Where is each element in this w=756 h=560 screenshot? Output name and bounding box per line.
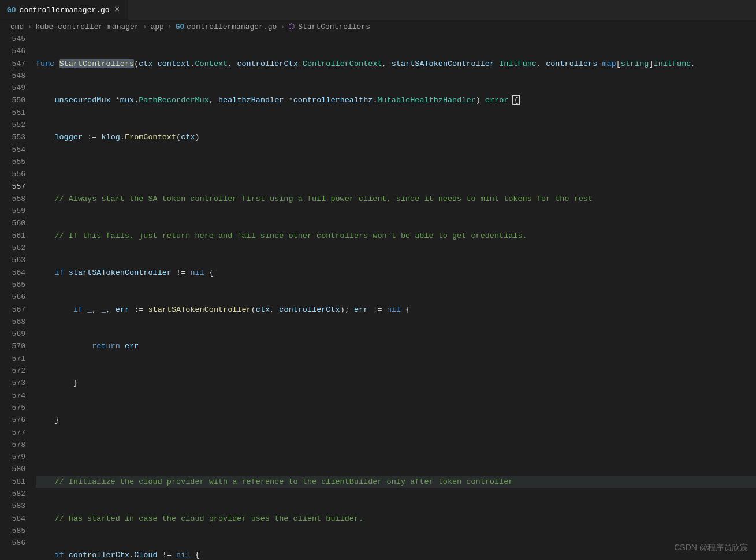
- tab-filename: controllermanager.go: [20, 6, 110, 14]
- code-line[interactable]: unsecuredMux *mux.PathRecorderMux, healt…: [36, 94, 756, 106]
- code-line[interactable]: if _, _, err := startSATokenController(c…: [36, 304, 756, 316]
- go-file-icon: GO: [176, 23, 185, 31]
- code-line[interactable]: }: [36, 414, 756, 426]
- chevron-right-icon: ›: [27, 23, 32, 31]
- code-line[interactable]: func StartControllers(ctx context.Contex…: [36, 58, 756, 70]
- symbol-method-icon: ⬡: [288, 22, 295, 31]
- code-line[interactable]: // Initialize the cloud provider with a …: [36, 476, 756, 488]
- line-number-gutter: 5455465475485495505515525535545555565575…: [0, 33, 36, 549]
- chevron-right-icon: ›: [280, 23, 285, 31]
- breadcrumb-item[interactable]: controllermanager.go: [187, 23, 277, 31]
- tab-file[interactable]: GO controllermanager.go ×: [0, 0, 128, 20]
- breadcrumb-item[interactable]: kube-controller-manager: [35, 23, 139, 31]
- chevron-right-icon: ›: [167, 23, 172, 31]
- code-line[interactable]: // has started in case the cloud provide…: [36, 513, 756, 525]
- code-line[interactable]: // Always start the SA token controller …: [36, 193, 756, 205]
- breadcrumbs[interactable]: cmd › kube-controller-manager › app › GO…: [0, 20, 756, 33]
- code-content[interactable]: func StartControllers(ctx context.Contex…: [36, 33, 756, 560]
- breadcrumb-item[interactable]: app: [150, 23, 163, 31]
- code-line[interactable]: logger := klog.FromContext(ctx): [36, 131, 756, 143]
- code-line[interactable]: return err: [36, 340, 756, 352]
- tab-bar: GO controllermanager.go ×: [0, 0, 756, 20]
- code-line[interactable]: if controllerCtx.Cloud != nil {: [36, 549, 756, 560]
- go-file-icon: GO: [7, 6, 16, 14]
- close-icon[interactable]: ×: [113, 5, 121, 14]
- code-line[interactable]: // If this fails, just return here and f…: [36, 230, 756, 242]
- code-line[interactable]: if startSATokenController != nil {: [36, 267, 756, 279]
- breadcrumb-item[interactable]: cmd: [10, 23, 24, 31]
- chevron-right-icon: ›: [143, 23, 147, 31]
- code-editor[interactable]: 5455465475485495505515525535545555565575…: [0, 33, 756, 560]
- breadcrumb-item[interactable]: StartControllers: [298, 23, 370, 31]
- code-line[interactable]: }: [36, 377, 756, 389]
